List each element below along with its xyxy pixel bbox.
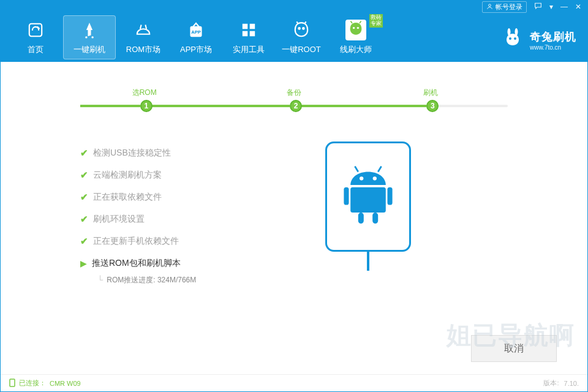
close-icon[interactable]: ✕ [575,2,581,11]
check-text: 正在获取依赖文件 [93,192,162,203]
check-item: ✔云端检测刷机方案 [80,170,288,181]
login-button[interactable]: 帐号登录 [482,1,527,13]
statusbar: 已连接： CMR W09 版本:7.10. [1,374,587,391]
svg-line-25 [355,167,358,172]
brand: 奇兔刷机 www.7to.cn [500,28,576,52]
svg-rect-7 [250,24,255,29]
android-icon [341,166,396,227]
nav-app-market[interactable]: APP APP市场 [170,13,222,62]
main-area: 选ROM 1 备份 2 刷机 3 ✔检测USB连接稳定性 ✔云端检测刷机方案 ✔… [1,62,587,374]
brand-url: www.7to.cn [530,44,561,51]
svg-point-0 [489,4,491,6]
version-prefix: 版本: [543,379,559,388]
step-label: 备份 [287,88,301,98]
svg-point-3 [91,36,93,38]
nav-wireflash[interactable]: 救砖 专家 线刷大师 [328,13,384,62]
nav-label: 线刷大师 [340,44,372,55]
svg-rect-6 [243,24,248,29]
connected-prefix: 已连接： [19,379,46,388]
step-dot: 1 [140,100,153,112]
nav-home[interactable]: 首页 [9,13,62,62]
brand-name: 奇兔刷机 [530,29,576,44]
check-text: 刷机环境设置 [93,214,145,225]
svg-point-15 [515,28,518,36]
cancel-label: 取消 [504,342,524,355]
svg-rect-9 [250,31,255,37]
nav-rom-market[interactable]: ROM市场 [117,13,170,62]
nav-root[interactable]: 一键ROOT [275,13,328,62]
svg-rect-27 [10,379,15,386]
svg-point-17 [514,37,516,40]
nav-label: 一键刷机 [74,44,105,55]
nav-label: ROM市场 [126,44,160,55]
brand-logo-icon [500,28,525,52]
phone-illustration [325,148,411,285]
check-icon: ✔ [80,214,88,225]
check-item: ✔正在更新手机依赖文件 [80,236,288,247]
nav-label: 实用工具 [233,44,265,55]
progress-text: ROM推送进度: 324M/766M [107,275,196,285]
minimize-icon[interactable]: — [560,2,568,11]
version-value: 7.10. [564,380,579,387]
user-icon [486,3,493,11]
svg-rect-1 [29,24,42,36]
step-dot: 3 [426,100,439,112]
svg-rect-18 [350,187,386,213]
nav-flash[interactable]: 一键刷机 [63,15,116,59]
titlebar: 帐号登录 ▾ — ✕ [1,1,587,13]
nav-label: 一键ROOT [282,44,321,55]
check-icon: ✔ [80,148,88,159]
phone-status-icon [9,379,15,388]
nav-label: APP市场 [180,44,212,55]
cancel-button[interactable]: 取消 [471,335,557,362]
nav-bar: 首页 一键刷机 ROM市场 APP APP市场 实用工具 一键ROOT 救砖 专… [1,13,384,62]
check-text: 云端检测刷机方案 [93,170,162,181]
svg-text:APP: APP [191,29,201,35]
nav-tools[interactable]: 实用工具 [222,13,275,62]
check-text: 检测USB连接稳定性 [93,148,171,159]
check-text: 推送ROM包和刷机脚本 [92,258,181,269]
check-icon: ✔ [80,170,88,181]
svg-point-10 [298,28,300,29]
check-text: 正在更新手机依赖文件 [93,236,179,247]
tree-connector-icon: └ [97,275,103,284]
step-label: 刷机 [423,88,438,98]
wireflash-icon [345,20,366,40]
device-name: CMR W09 [50,380,81,387]
dropdown-icon[interactable]: ▾ [549,2,553,11]
nav-label: 首页 [28,44,43,55]
svg-point-12 [353,27,355,29]
status-left: 已连接： CMR W09 [9,379,81,388]
feedback-icon[interactable] [534,2,542,12]
play-icon: ▶ [80,258,87,268]
checklist: ✔检测USB连接稳定性 ✔云端检测刷机方案 ✔正在获取依赖文件 ✔刷机环境设置 … [80,148,288,285]
content-row: ✔检测USB连接稳定性 ✔云端检测刷机方案 ✔正在获取依赖文件 ✔刷机环境设置 … [37,148,551,285]
stepper: 选ROM 1 备份 2 刷机 3 [80,92,508,117]
check-item: ✔刷机环境设置 [80,214,288,225]
svg-rect-21 [358,213,364,224]
svg-point-14 [508,28,511,36]
svg-rect-22 [372,213,378,224]
svg-point-16 [509,37,511,40]
svg-line-26 [378,167,381,172]
progress-segment [149,105,290,107]
svg-rect-8 [243,31,248,37]
progress-segment [80,105,140,107]
svg-point-24 [373,176,377,180]
login-label: 帐号登录 [496,2,522,12]
svg-rect-20 [388,187,393,205]
svg-point-13 [357,27,359,29]
check-item: ✔检测USB连接稳定性 [80,148,288,159]
svg-point-2 [85,36,87,38]
svg-point-23 [360,176,363,180]
check-item: ✔正在获取依赖文件 [80,192,288,203]
step-label: 选ROM [132,88,157,98]
progress-segment [298,105,426,107]
svg-point-11 [303,28,304,29]
phone-frame [325,141,411,252]
step-dot: 2 [290,100,302,112]
svg-rect-19 [344,187,349,205]
status-right: 版本:7.10. [543,379,579,388]
check-icon: ✔ [80,236,88,247]
header: 首页 一键刷机 ROM市场 APP APP市场 实用工具 一键ROOT 救砖 专… [1,13,587,62]
